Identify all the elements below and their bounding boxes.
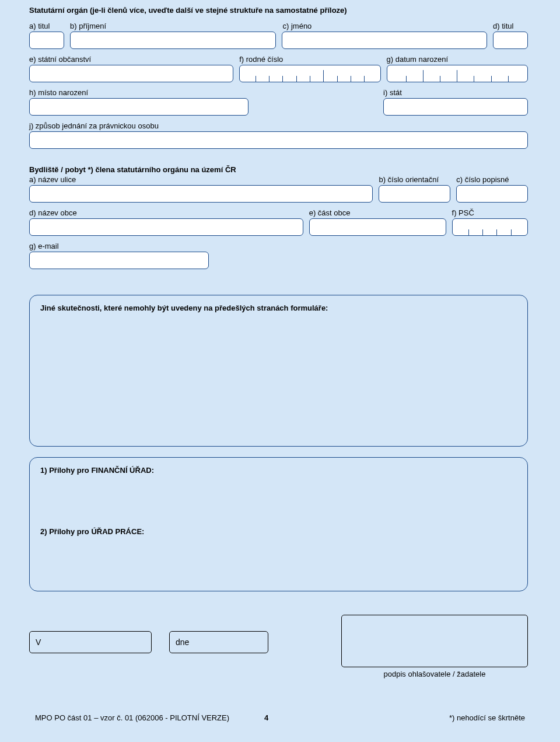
label-f-rodne: f) rodné číslo <box>239 55 380 64</box>
label-j-zpusob: j) způsob jednání za právnickou osobu <box>29 121 528 130</box>
sig-v-label: V <box>36 638 41 647</box>
input-d-obec[interactable] <box>29 218 303 236</box>
input-f-rodne[interactable] <box>239 65 380 82</box>
signature-box[interactable] <box>341 615 528 667</box>
input-e-obcanstvi[interactable] <box>29 65 233 82</box>
label-i-stat: i) stát <box>383 88 528 97</box>
input-h-misto[interactable] <box>29 98 249 116</box>
sig-dne-label: dne <box>176 638 189 647</box>
prilohy-box[interactable]: 1) Přílohy pro FINANČNÍ ÚŘAD: 2) Přílohy… <box>29 457 528 591</box>
label-e-cast: e) část obce <box>309 208 446 217</box>
label-e-obcanstvi: e) státní občanství <box>29 55 233 64</box>
footer-page: 4 <box>264 713 268 722</box>
input-c-popisne[interactable] <box>456 185 528 203</box>
sig-dne-field[interactable]: dne <box>169 631 268 653</box>
label-d-titul: d) titul <box>493 22 528 30</box>
label-b-orient: b) číslo orientační <box>379 175 450 184</box>
input-c-jmeno[interactable] <box>282 32 488 49</box>
input-a-ulice[interactable] <box>29 185 373 203</box>
input-d-titul[interactable] <box>493 32 528 49</box>
prilohy-2: 2) Přílohy pro ÚŘAD PRÁCE: <box>40 527 517 536</box>
label-c-popisne: c) číslo popisné <box>456 175 528 184</box>
input-b-prijmeni[interactable] <box>70 32 276 49</box>
label-a-titul: a) titul <box>29 22 64 30</box>
input-i-stat[interactable] <box>383 98 528 116</box>
input-b-orient[interactable] <box>379 185 450 203</box>
footer-left: MPO PO část 01 – vzor č. 01 (062006 - PI… <box>35 713 229 722</box>
jine-title: Jiné skutečnosti, které nemohly být uved… <box>40 304 517 312</box>
signature-caption: podpis ohlašovatele / žadatele <box>341 670 528 678</box>
input-f-psc[interactable] <box>452 218 528 236</box>
label-g-email: g) e-mail <box>29 242 209 250</box>
sig-v-field[interactable]: V <box>29 631 152 653</box>
jine-box[interactable]: Jiné skutečnosti, které nemohly být uved… <box>29 295 528 447</box>
label-d-obec: d) název obce <box>29 208 303 217</box>
prilohy-1: 1) Přílohy pro FINANČNÍ ÚŘAD: <box>40 466 517 475</box>
label-f-psc: f) PSČ <box>452 208 528 217</box>
footer-right: *) nehodící se škrtněte <box>449 713 525 722</box>
input-j-zpusob[interactable] <box>29 131 528 149</box>
label-b-prijmeni: b) příjmení <box>70 22 276 30</box>
bydliste-title: Bydliště / pobyt *) člena statutárního o… <box>29 165 528 174</box>
input-a-titul[interactable] <box>29 32 64 49</box>
input-e-cast[interactable] <box>309 218 446 236</box>
input-g-email[interactable] <box>29 252 209 269</box>
input-g-datum[interactable] <box>387 65 528 82</box>
label-h-misto: h) místo narození <box>29 88 249 97</box>
statutory-title: Statutární orgán (je-li členů více, uveď… <box>29 6 528 15</box>
label-a-ulice: a) název ulice <box>29 175 373 184</box>
label-c-jmeno: c) jméno <box>283 22 488 30</box>
label-g-datum: g) datum narození <box>387 55 528 64</box>
